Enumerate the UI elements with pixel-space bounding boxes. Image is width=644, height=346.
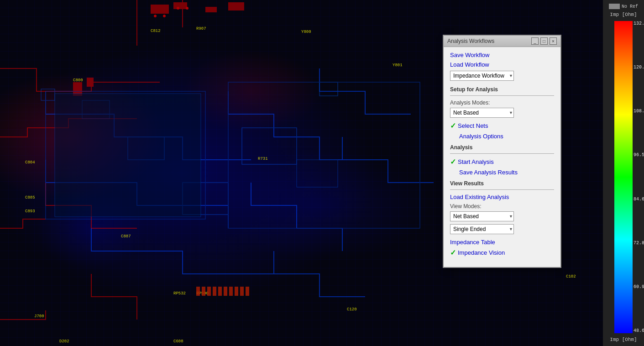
svg-rect-8 <box>41 89 55 100</box>
svg-rect-43 <box>218 287 222 296</box>
save-analysis-row: Save Analysis Results <box>450 169 554 176</box>
start-analysis-checkmark: ✓ <box>450 157 456 166</box>
svg-rect-44 <box>224 287 227 296</box>
load-workflow-link[interactable]: Load Workflow <box>450 61 489 68</box>
svg-text:C812: C812 <box>151 29 161 33</box>
view-results-divider <box>450 189 554 190</box>
svg-text:J700: J700 <box>34 314 44 319</box>
svg-rect-14 <box>319 82 338 96</box>
view-results-label: View Results <box>450 180 554 187</box>
single-ended-wrapper: Single Ended <box>450 224 516 234</box>
svg-text:C885: C885 <box>25 195 35 200</box>
svg-text:C887: C887 <box>121 234 131 239</box>
svg-rect-41 <box>207 287 211 296</box>
svg-rect-2 <box>151 5 169 14</box>
save-workflow-row: Save Workflow <box>450 52 554 58</box>
svg-point-37 <box>186 7 188 10</box>
dialog-titlebar[interactable]: Analysis Workflows _ □ × <box>444 36 560 47</box>
workflow-dropdown-row: Impedance Workflow <box>450 71 554 81</box>
analysis-divider <box>450 153 554 154</box>
svg-rect-47 <box>240 287 244 296</box>
close-button[interactable]: × <box>550 37 557 45</box>
svg-rect-39 <box>196 287 200 296</box>
color-scale-panel: No Ref Imp [Ohm] 132.16 120.25 108.39 96… <box>603 0 644 346</box>
tick-4: 96.54 <box>634 152 644 157</box>
select-nets-link[interactable]: Select Nets <box>458 122 488 129</box>
select-nets-row: ✓ Select Nets <box>450 121 554 130</box>
scale-unit-top: Imp [Ohm] <box>610 12 637 17</box>
svg-rect-42 <box>213 287 216 296</box>
save-workflow-link[interactable]: Save Workflow <box>450 52 489 58</box>
start-analysis-row: ✓ Start Analysis <box>450 157 554 166</box>
scale-unit-bottom: Imp [Ohm] <box>610 337 637 342</box>
restore-button[interactable]: □ <box>540 37 548 45</box>
view-modes-select[interactable]: Net Based <box>450 211 514 221</box>
workflow-select[interactable]: Impedance Workflow <box>450 71 514 81</box>
tick-3: 108.39 <box>634 109 644 114</box>
svg-rect-12 <box>242 128 297 164</box>
tick-7: 60.97 <box>634 284 644 289</box>
impedance-vision-checkmark: ✓ <box>450 248 456 257</box>
tick-5: 84.68 <box>634 197 644 202</box>
save-analysis-link[interactable]: Save Analysis Results <box>459 169 518 176</box>
svg-point-34 <box>154 15 157 17</box>
analysis-workflows-dialog: Analysis Workflows _ □ × Save Workflow L… <box>443 35 561 268</box>
svg-rect-45 <box>229 287 233 296</box>
svg-text:C608: C608 <box>173 339 183 344</box>
setup-section-label: Setup for Analysis <box>450 86 554 93</box>
svg-text:D202: D202 <box>59 339 69 344</box>
analysis-modes-section: Analysis Modes: Net Based <box>450 100 554 118</box>
svg-rect-40 <box>202 287 205 296</box>
svg-rect-3 <box>173 2 187 9</box>
single-ended-select[interactable]: Single Ended <box>450 224 514 234</box>
scale-gradient <box>614 21 633 333</box>
svg-rect-48 <box>246 287 249 296</box>
analysis-options-link[interactable]: Analysis Options <box>459 133 503 140</box>
scale-ticks: 132.16 120.25 108.39 96.54 84.68 72.83 6… <box>634 21 644 333</box>
tick-6: 72.83 <box>634 241 644 246</box>
svg-text:C804: C804 <box>25 160 35 165</box>
svg-text:Y801: Y801 <box>393 63 403 68</box>
minimize-button[interactable]: _ <box>531 37 539 45</box>
tick-1: 132.16 <box>634 21 644 26</box>
svg-text:C102: C102 <box>566 274 576 279</box>
svg-text:C893: C893 <box>25 209 35 214</box>
svg-point-36 <box>177 7 179 10</box>
impedance-vision-row: ✓ Impedance Vision <box>450 248 554 257</box>
dialog-window-controls: _ □ × <box>531 37 557 45</box>
svg-text:R731: R731 <box>258 157 268 161</box>
no-ref-color-swatch <box>609 4 620 9</box>
svg-rect-7 <box>87 78 94 87</box>
tick-2: 120.25 <box>634 65 644 70</box>
svg-text:C800: C800 <box>73 78 83 83</box>
svg-text:R907: R907 <box>196 26 206 31</box>
load-existing-link[interactable]: Load Existing Analysis <box>450 194 509 200</box>
impedance-table-link[interactable]: Impedance Table <box>450 239 495 246</box>
svg-text:Y800: Y800 <box>301 30 311 34</box>
dialog-content: Save Workflow Load Workflow Impedance Wo… <box>444 47 560 267</box>
workflow-select-wrapper: Impedance Workflow <box>450 71 516 81</box>
analysis-options-row: Analysis Options <box>450 133 554 140</box>
svg-rect-38 <box>55 94 201 217</box>
start-analysis-link[interactable]: Start Analysis <box>458 158 494 165</box>
load-workflow-row: Load Workflow <box>450 61 554 68</box>
view-modes-wrapper: Net Based <box>450 211 516 221</box>
svg-point-35 <box>163 15 166 17</box>
view-modes-label: View Modes: <box>450 203 554 210</box>
svg-text:RP532: RP532 <box>173 291 186 296</box>
svg-rect-13 <box>297 160 338 187</box>
impedance-table-row: Impedance Table <box>450 239 554 246</box>
analysis-modes-label: Analysis Modes: <box>450 100 554 106</box>
no-ref-indicator: No Ref <box>609 4 638 9</box>
no-ref-label: No Ref <box>622 4 638 9</box>
analysis-modes-select[interactable]: Net Based <box>450 108 514 118</box>
tick-8: 48.60 <box>634 328 644 333</box>
analysis-modes-wrapper: Net Based <box>450 108 516 118</box>
svg-rect-16 <box>228 82 420 228</box>
scale-bar-container: 132.16 120.25 108.39 96.54 84.68 72.83 6… <box>614 21 633 333</box>
svg-text:C120: C120 <box>347 307 357 312</box>
setup-divider <box>450 95 554 96</box>
load-existing-row: Load Existing Analysis <box>450 194 554 200</box>
select-nets-checkmark: ✓ <box>450 121 456 130</box>
impedance-vision-link[interactable]: Impedance Vision <box>458 249 505 256</box>
